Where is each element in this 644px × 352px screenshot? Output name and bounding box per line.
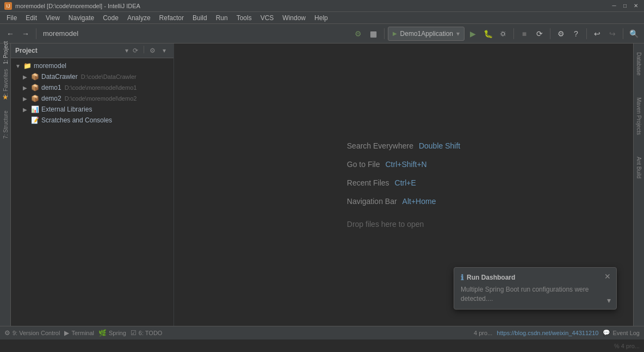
settings-button[interactable]: ⚙ — [554, 27, 568, 41]
run-with-coverage-button[interactable]: ⛭ — [496, 27, 510, 41]
toolbar: ← → moremodel ⚙ ▦ ▶ Demo1Application ▾ ▶… — [0, 24, 644, 44]
menu-item-build[interactable]: Build — [188, 12, 212, 24]
tree-demo1-icon: 📦 — [30, 83, 39, 92]
toolbar-separator-6 — [623, 28, 623, 39]
tree-demo1-arrow: ▶ — [23, 85, 30, 91]
debug-button[interactable]: 🐛 — [481, 27, 495, 41]
rerun-button[interactable]: ⟳ — [532, 27, 547, 41]
tree-extlib-icon: 📊 — [30, 105, 39, 114]
run-config-icon: ▶ — [393, 30, 397, 36]
recent-files-row: Recent Files Ctrl+E — [347, 178, 460, 187]
run-dashboard-button[interactable]: ▦ — [367, 27, 381, 41]
recent-files-shortcut[interactable]: Ctrl+E — [395, 178, 416, 187]
menu-item-tools[interactable]: Tools — [232, 12, 256, 24]
project-tree: ▼ 📁 moremodel ▶ 📦 DataCrawler D:\code\Da… — [11, 58, 174, 326]
navigation-bar-label: Navigation Bar — [347, 197, 397, 206]
sidebar-action-sep — [144, 46, 144, 53]
menu-item-navigate[interactable]: Navigate — [64, 12, 98, 24]
tree-item-demo2[interactable]: ▶ 📦 demo2 D:\code\moremodel\demo2 — [11, 93, 174, 104]
tree-scratch-icon: 📝 — [30, 116, 39, 125]
notification-close-button[interactable]: ✕ — [604, 272, 611, 281]
status-version-control[interactable]: ⚙ 9: Version Control — [4, 329, 60, 337]
menu-item-file[interactable]: File — [2, 12, 21, 24]
menu-item-run[interactable]: Run — [212, 12, 232, 24]
navigation-bar-shortcut[interactable]: Alt+Home — [403, 197, 436, 206]
status-bar: ⚙ 9: Version Control ▶ Terminal 🌿 Spring… — [0, 326, 644, 339]
right-vtab-ant[interactable]: Ant Build — [634, 152, 643, 183]
tree-demo1-label: demo1 — [41, 84, 61, 91]
run-config-selector[interactable]: ▶ Demo1Application ▾ — [388, 27, 465, 41]
menu-item-edit[interactable]: Edit — [21, 12, 41, 24]
tree-scratch-label: Scratches and Consoles — [41, 116, 112, 124]
menu-item-code[interactable]: Code — [98, 12, 123, 24]
tree-item-external-libraries[interactable]: ▶ 📊 External Libraries — [11, 104, 174, 115]
todo-icon: ☑ — [131, 329, 137, 337]
navigation-bar-row: Navigation Bar Alt+Home — [347, 197, 460, 206]
go-to-file-row: Go to File Ctrl+Shift+N — [347, 160, 460, 169]
notification-info-icon: ℹ — [461, 273, 463, 282]
toolbar-separator-1 — [36, 28, 36, 39]
tree-root-icon: 📁 — [23, 61, 32, 70]
search-everywhere-shortcut[interactable]: Double Shift — [419, 141, 460, 150]
tree-demo1-path: D:\code\moremodel\demo1 — [65, 84, 137, 91]
status-todo[interactable]: ☑ 6: TODO — [131, 329, 163, 337]
status-spring[interactable]: 🌿 Spring — [98, 329, 126, 337]
window-controls: ─ □ ✕ — [610, 2, 640, 10]
sidebar-gear-button[interactable]: ⚙ — [147, 46, 157, 55]
status-vc-label: 9: Version Control — [13, 330, 60, 336]
menu-item-view[interactable]: View — [41, 12, 64, 24]
main-layout: 1: Project 2: Favorites ★ 7: Structure P… — [0, 44, 644, 326]
right-vtab-database[interactable]: Database — [634, 48, 643, 80]
menu-item-refactor[interactable]: Refactor — [155, 12, 188, 24]
redo-button[interactable]: ↪ — [605, 27, 620, 41]
run-button[interactable]: ▶ — [466, 27, 480, 41]
event-log-icon: 💬 — [603, 329, 610, 336]
sidebar: Project ▾ ⟳ ⚙ ▾ ▼ 📁 moremodel ▶ 📦 DataCr… — [11, 44, 174, 326]
sidebar-collapse-button[interactable]: ▾ — [159, 46, 169, 55]
undo-button[interactable]: ↩ — [590, 27, 604, 41]
help-button[interactable]: ? — [569, 27, 583, 41]
event-log-button[interactable]: 💬 Event Log — [603, 329, 640, 336]
right-panel-tabs: Database Maven Projects Ant Build — [633, 44, 644, 326]
left-vtab-project[interactable]: 1: Project — [1, 48, 10, 58]
notification-body: Multiple Spring Boot run configurations … — [461, 285, 610, 304]
left-vtab-favorites[interactable]: 2: Favorites — [1, 78, 10, 88]
minimize-button[interactable]: ─ — [610, 2, 618, 10]
recent-files-label: Recent Files — [347, 178, 389, 187]
close-button[interactable]: ✕ — [632, 2, 640, 10]
project-dropdown-icon[interactable]: ▾ — [125, 47, 128, 54]
stop-button[interactable]: ■ — [517, 27, 531, 41]
search-everywhere-button[interactable]: 🔍 — [627, 27, 641, 41]
tree-item-scratches[interactable]: 📝 Scratches and Consoles — [11, 115, 174, 126]
status-link[interactable]: https://blog.csdn.net/weixin_44311210 — [497, 330, 598, 336]
left-vtab-structure[interactable]: 7: Structure — [1, 120, 10, 129]
search-everywhere-row: Search Everywhere Double Shift — [347, 141, 460, 150]
tree-demo2-arrow: ▶ — [23, 96, 30, 102]
right-vtab-maven[interactable]: Maven Projects — [634, 93, 643, 139]
menu-item-vcs[interactable]: VCS — [256, 12, 278, 24]
go-to-file-shortcut[interactable]: Ctrl+Shift+N — [385, 160, 426, 169]
spring-icon: 🌿 — [98, 329, 107, 337]
tree-datacrawler-path: D:\code\DataCrawler — [81, 73, 137, 80]
notification-expand-button[interactable]: ▾ — [607, 296, 611, 305]
notification-title: Run Dashboard — [467, 274, 515, 281]
app-icon: IJ — [4, 2, 12, 10]
toolbar-back-button[interactable]: ← — [3, 27, 17, 41]
tree-extlib-label: External Libraries — [41, 106, 92, 113]
tree-item-demo1[interactable]: ▶ 📦 demo1 D:\code\moremodel\demo1 — [11, 82, 174, 93]
toolbar-forward-button[interactable]: → — [18, 27, 33, 41]
tree-root-project[interactable]: ▼ 📁 moremodel — [11, 60, 174, 71]
toolbar-separator-3 — [513, 28, 514, 39]
tree-extlib-arrow: ▶ — [23, 107, 30, 113]
tree-item-datacrawler[interactable]: ▶ 📦 DataCrawler D:\code\DataCrawler — [11, 71, 174, 82]
version-control-icon: ⚙ — [4, 329, 10, 337]
notification-popup: ℹ Run Dashboard Multiple Spring Boot run… — [454, 267, 617, 310]
sidebar-sync-button[interactable]: ⟳ — [131, 46, 140, 55]
build-project-button[interactable]: ⚙ — [351, 27, 366, 41]
drop-files-label: Drop files here to open — [347, 220, 460, 229]
menu-item-analyze[interactable]: Analyze — [123, 12, 155, 24]
maximize-button[interactable]: □ — [621, 2, 629, 10]
menu-item-help[interactable]: Help — [310, 12, 332, 24]
status-terminal[interactable]: ▶ Terminal — [64, 329, 94, 337]
menu-item-window[interactable]: Window — [278, 12, 310, 24]
